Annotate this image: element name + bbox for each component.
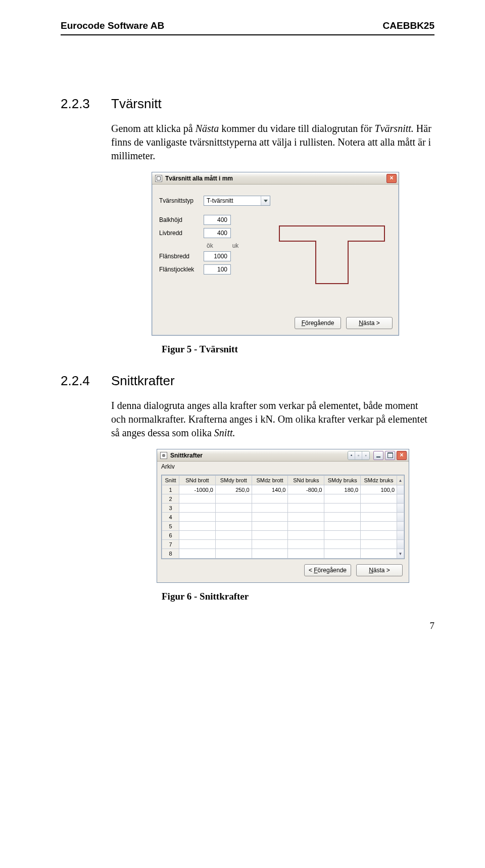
table-row[interactable]: 3 <box>162 504 404 513</box>
menu-arkiv[interactable]: Arkiv <box>161 463 175 470</box>
table-row[interactable]: 6 <box>162 531 404 540</box>
section-number: 2.2.3 <box>61 96 97 112</box>
table-row[interactable]: 8▼ <box>162 549 404 559</box>
tb-icon-c[interactable]: ▫ <box>362 451 369 460</box>
app-icon <box>160 452 167 459</box>
tb-icon-b[interactable]: ▫ <box>355 451 362 460</box>
flanstjocklek-input[interactable]: 100 <box>204 264 231 275</box>
balkhojd-input[interactable]: 400 <box>204 215 231 225</box>
page-number: 7 <box>61 620 434 631</box>
section-title: Snittkrafter <box>111 373 175 389</box>
tvarsnitt-dialog: Tvärsnitt alla mått i mm × Tvärsnittstyp… <box>152 172 399 336</box>
header-left: Eurocode Software AB <box>61 20 164 31</box>
chevron-down-icon[interactable] <box>261 196 270 205</box>
figure-caption: Figur 5 - Tvärsnitt <box>162 344 434 355</box>
toolbar-icons[interactable]: • ▫ ▫ <box>348 451 370 460</box>
field-label: Livbredd <box>159 230 200 237</box>
table-row[interactable]: 2 <box>162 494 404 504</box>
table-row[interactable]: 4 <box>162 513 404 522</box>
scroll-up-icon[interactable]: ▲ <box>397 476 404 485</box>
prev-button[interactable]: Föregående <box>295 317 341 329</box>
flansbredd-input[interactable]: 1000 <box>204 251 231 261</box>
prev-button[interactable]: < Föregående <box>304 564 351 576</box>
forces-grid[interactable]: Snitt SNd brott SMdy brott SMdz brott SN… <box>161 475 405 559</box>
close-icon[interactable]: × <box>386 174 397 183</box>
section2-paragraph: I denna dialogruta anges alla krafter so… <box>111 399 434 440</box>
next-button[interactable]: Nästa > <box>346 317 393 329</box>
field-label: Balkhöjd <box>159 216 200 223</box>
app-icon <box>155 175 162 182</box>
next-button[interactable]: Nästa > <box>356 564 403 576</box>
ok-label: ök <box>207 242 213 249</box>
figure-caption: Figur 6 - Snittkrafter <box>162 591 434 602</box>
field-label: Tvärsnittstyp <box>159 197 200 204</box>
dialog-title: Tvärsnitt alla mått i mm <box>165 175 233 182</box>
livbredd-input[interactable]: 400 <box>204 228 231 238</box>
uk-label: uk <box>232 242 239 249</box>
table-row[interactable]: 5 <box>162 522 404 531</box>
table-row[interactable]: 1-1000,0250,0140,0-800,0180,0100,0 <box>162 485 404 494</box>
header-right: CAEBBK25 <box>383 20 434 31</box>
field-label: Flänstjocklek <box>159 266 200 273</box>
tb-icon-a[interactable]: • <box>348 451 355 460</box>
grid-header-row: Snitt SNd brott SMdy brott SMdz brott SN… <box>162 476 404 485</box>
tvarsnittstyp-combobox[interactable]: T-tvärsnitt <box>204 196 270 206</box>
table-row[interactable]: 7 <box>162 540 404 549</box>
minimize-icon[interactable] <box>373 451 383 460</box>
close-icon[interactable]: × <box>397 451 407 460</box>
field-label: Flänsbredd <box>159 253 200 260</box>
section-number: 2.2.4 <box>61 373 97 389</box>
section1-paragraph: Genom att klicka på Nästa kommer du vida… <box>111 122 434 163</box>
snittkrafter-dialog: Snittkrafter • ▫ ▫ × Arkiv Snitt SN <box>157 449 409 583</box>
maximize-icon[interactable] <box>385 451 395 460</box>
dialog-title: Snittkrafter <box>170 452 203 459</box>
scroll-down-icon[interactable]: ▼ <box>397 549 404 559</box>
section-title: Tvärsnitt <box>111 96 162 112</box>
section-preview <box>276 217 387 288</box>
